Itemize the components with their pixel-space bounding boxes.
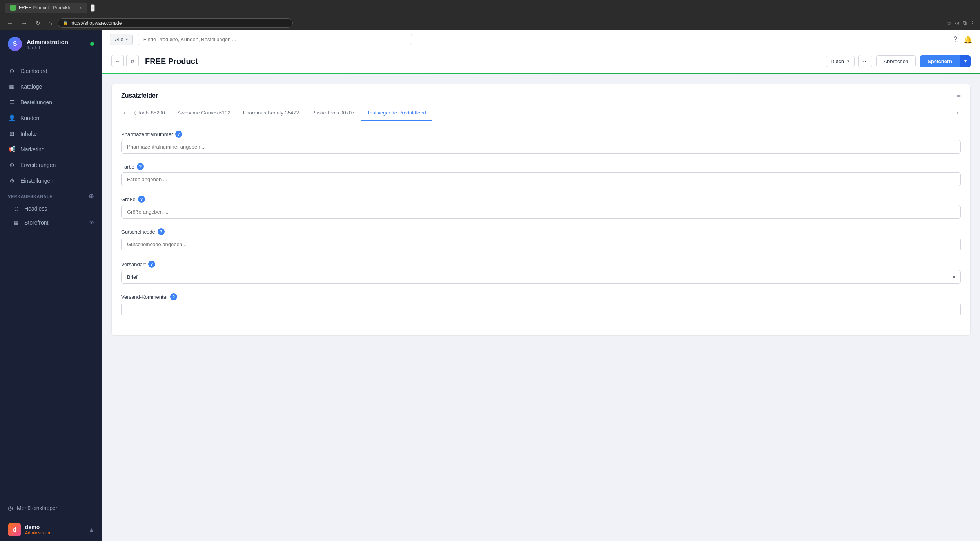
tab-rustic-tools[interactable]: Rustic Tools 90707 bbox=[305, 105, 361, 121]
sidebar-footer: ◷ Menü einklappen bbox=[0, 498, 102, 518]
storefront-eye-icon[interactable]: 👁 bbox=[89, 220, 94, 226]
cancel-button[interactable]: Abbrechen bbox=[876, 55, 916, 67]
sidebar-item-dashboard[interactable]: ⊙ Dashboard bbox=[0, 63, 102, 79]
help-icon-versand-kommentar[interactable]: ? bbox=[170, 293, 177, 300]
erweiterungen-icon: ⊕ bbox=[8, 161, 16, 169]
save-button[interactable]: Speichern bbox=[920, 55, 960, 67]
card-menu-btn[interactable]: ≡ bbox=[956, 91, 961, 100]
bestellungen-icon: ☰ bbox=[8, 98, 16, 106]
sidebar-item-einstellungen[interactable]: ⚙ Einstellungen bbox=[0, 173, 102, 189]
card-title: Zusatzfelder bbox=[121, 92, 158, 99]
user-avatar-letter: d bbox=[13, 526, 16, 533]
back-page-btn[interactable]: ← bbox=[111, 55, 124, 67]
headless-icon: ⬡ bbox=[13, 205, 20, 212]
search-filter-dropdown[interactable]: Alle ▾ bbox=[110, 34, 133, 45]
sidebar-item-inhalte[interactable]: ⊞ Inhalte bbox=[0, 126, 102, 142]
tab-close-btn[interactable]: ✕ bbox=[79, 6, 82, 10]
marketing-icon: 📢 bbox=[8, 145, 16, 153]
add-sales-channel-btn[interactable]: ⊕ bbox=[89, 192, 94, 200]
storefront-icon: ▦ bbox=[13, 219, 20, 226]
help-icon-pharmazentralnummer[interactable]: ? bbox=[175, 131, 182, 138]
tab-testsieger[interactable]: Testsieger.de Produktfeed bbox=[361, 105, 432, 121]
label-text-versand-kommentar: Versand-Kommentar bbox=[121, 294, 168, 300]
page-title: FREE Product bbox=[145, 57, 198, 66]
global-search-input[interactable] bbox=[138, 34, 412, 45]
sidebar-item-kataloge[interactable]: ▦ Kataloge bbox=[0, 79, 102, 94]
input-groesse[interactable] bbox=[121, 205, 961, 219]
sidebar-label-dashboard: Dashboard bbox=[20, 68, 47, 74]
extensions-btn[interactable]: ⧉ bbox=[963, 20, 967, 26]
page-actions: Dutch ▾ ··· Abbrechen Speichern ▾ bbox=[826, 55, 971, 67]
collapse-icon: ◷ bbox=[8, 505, 13, 512]
select-versandart[interactable]: Brief Paket Express bbox=[121, 270, 961, 284]
sidebar-user[interactable]: d demo Administrator ▲ bbox=[0, 518, 102, 541]
input-pharmazentralnummer[interactable] bbox=[121, 140, 961, 154]
help-btn[interactable]: ? bbox=[953, 35, 957, 44]
tabs-scroll-right-btn[interactable]: › bbox=[954, 108, 961, 118]
help-icon-gutscheincode[interactable]: ? bbox=[158, 228, 165, 235]
help-icon-versandart[interactable]: ? bbox=[148, 261, 155, 268]
input-farbe[interactable] bbox=[121, 172, 961, 186]
help-icon-groesse[interactable]: ? bbox=[138, 196, 145, 203]
form-body: Pharmazentralnummer ? Farbe ? bbox=[112, 121, 970, 335]
sidebar-item-marketing[interactable]: 📢 Marketing bbox=[0, 142, 102, 157]
label-text-gutscheincode: Gutscheincode bbox=[121, 229, 155, 235]
input-gutscheincode[interactable] bbox=[121, 238, 961, 251]
back-btn[interactable]: ← bbox=[5, 19, 16, 27]
field-versand-kommentar: Versand-Kommentar ? bbox=[121, 293, 961, 316]
sidebar-label-kunden: Kunden bbox=[20, 115, 39, 121]
sidebar-item-kunden[interactable]: 👤 Kunden bbox=[0, 110, 102, 126]
sidebar-nav: ⊙ Dashboard ▦ Kataloge ☰ Bestellungen 👤 … bbox=[0, 58, 102, 498]
collapse-label[interactable]: Menü einklappen bbox=[17, 505, 59, 511]
reload-btn[interactable]: ↻ bbox=[33, 18, 43, 27]
input-versand-kommentar[interactable] bbox=[121, 303, 961, 316]
forward-btn[interactable]: → bbox=[19, 19, 30, 27]
page-nav-buttons: ← ⧉ bbox=[111, 55, 139, 67]
notifications-btn[interactable]: 🔔 bbox=[964, 35, 972, 44]
sidebar-item-erweiterungen[interactable]: ⊕ Erweiterungen bbox=[0, 157, 102, 173]
more-options-btn[interactable]: ··· bbox=[858, 55, 872, 67]
inhalte-icon: ⊞ bbox=[8, 130, 16, 138]
tab-awesome-games[interactable]: Awesome Games 6102 bbox=[171, 105, 237, 121]
sidebar-label-einstellungen: Einstellungen bbox=[20, 178, 53, 184]
profile-btn[interactable]: ⊙ bbox=[955, 20, 960, 26]
sidebar-item-bestellungen[interactable]: ☰ Bestellungen bbox=[0, 94, 102, 110]
tabs-scroll-left-btn[interactable]: ‹ bbox=[121, 108, 128, 118]
save-dropdown-btn[interactable]: ▾ bbox=[960, 55, 971, 67]
home-btn[interactable]: ⌂ bbox=[46, 19, 54, 27]
browser-chrome: FREE Product | Produkte... ✕ + bbox=[0, 0, 980, 16]
language-dropdown[interactable]: Dutch ▾ bbox=[826, 56, 855, 67]
copy-btn[interactable]: ⧉ bbox=[126, 55, 139, 67]
menu-btn[interactable]: ⋮ bbox=[970, 20, 975, 26]
tabs-container: ‹ ⟨ Tools 85290 Awesome Games 6102 Enorm… bbox=[112, 105, 970, 121]
language-chevron-icon: ▾ bbox=[847, 59, 849, 64]
app-container: S Administration 6.5.3.3 ⊙ Dashboard ▦ K… bbox=[0, 30, 980, 541]
browser-actions: ☆ ⊙ ⧉ ⋮ bbox=[947, 20, 975, 26]
user-avatar: d bbox=[8, 523, 21, 536]
card-header: Zusatzfelder ≡ bbox=[112, 84, 970, 105]
user-chevron-icon: ▲ bbox=[89, 526, 94, 533]
browser-tab[interactable]: FREE Product | Produkte... ✕ bbox=[5, 3, 87, 13]
select-wrapper-versandart: Brief Paket Express bbox=[121, 270, 961, 284]
einstellungen-icon: ⚙ bbox=[8, 177, 16, 185]
search-filter-label: Alle bbox=[115, 36, 123, 42]
sidebar-label-marketing: Marketing bbox=[20, 146, 44, 152]
sidebar-item-headless[interactable]: ⬡ Headless bbox=[0, 202, 102, 216]
sidebar-item-storefront[interactable]: ▦ Storefront 👁 bbox=[0, 216, 102, 230]
sidebar-app-info: Administration 6.5.3.3 bbox=[27, 38, 68, 50]
sidebar-status-indicator bbox=[90, 42, 94, 46]
browser-addressbar: ← → ↻ ⌂ 🔒 https://shopware.com/de ☆ ⊙ ⧉ … bbox=[0, 16, 980, 30]
tab-favicon bbox=[10, 5, 16, 11]
field-groesse: Größe ? bbox=[121, 196, 961, 219]
help-icon-farbe[interactable]: ? bbox=[137, 163, 144, 170]
label-text-farbe: Farbe bbox=[121, 164, 134, 170]
new-tab-btn[interactable]: + bbox=[91, 4, 95, 12]
bookmark-btn[interactable]: ☆ bbox=[947, 20, 952, 26]
tab-tools-85290[interactable]: ⟨ Tools 85290 bbox=[128, 105, 171, 121]
tab-enormous-beauty[interactable]: Enormous Beauty 35472 bbox=[237, 105, 305, 121]
search-filter-chevron-icon: ▾ bbox=[126, 37, 128, 42]
field-label-farbe: Farbe ? bbox=[121, 163, 961, 170]
language-label: Dutch bbox=[831, 58, 844, 64]
address-bar[interactable]: 🔒 https://shopware.com/de bbox=[58, 18, 293, 28]
sidebar-app-version: 6.5.3.3 bbox=[27, 45, 68, 50]
